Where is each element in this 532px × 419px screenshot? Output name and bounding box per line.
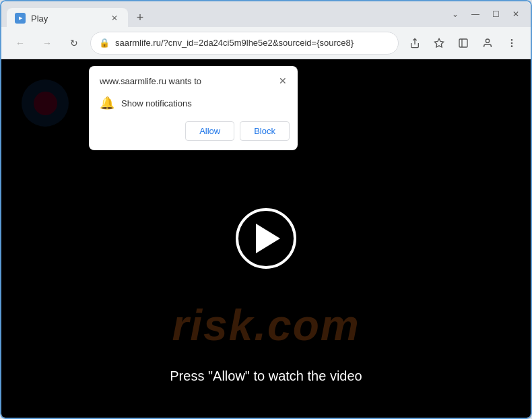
tab-title: Play [31, 13, 104, 24]
page-content: risk.com Press "Allow" to watch the vide… [1, 59, 531, 418]
close-button[interactable]: ✕ [506, 5, 525, 24]
play-triangle-icon [256, 224, 280, 253]
refresh-button[interactable]: ↻ [63, 32, 85, 54]
forward-button[interactable]: → [36, 32, 58, 54]
window-controls: ⌄ — ☐ ✕ [446, 5, 525, 24]
back-button[interactable]: ← [9, 32, 31, 54]
toolbar: ← → ↻ 🔒 saarmlife.ru/?cnv_id=2da24ci5m9l… [1, 27, 531, 59]
title-bar: Play ✕ + ⌄ — ☐ ✕ [1, 1, 531, 27]
svg-point-4 [511, 39, 512, 40]
share-button[interactable] [404, 32, 426, 54]
video-instruction-text: Press "Allow" to watch the video [1, 368, 531, 384]
svg-rect-1 [459, 39, 467, 47]
menu-button[interactable] [501, 32, 523, 54]
popup-close-button[interactable]: ✕ [276, 74, 290, 88]
minimize-button[interactable]: — [466, 5, 485, 24]
play-button[interactable] [236, 208, 296, 269]
new-tab-button[interactable]: + [131, 8, 149, 27]
bookmark-button[interactable] [428, 32, 450, 54]
maximize-button[interactable]: ☐ [486, 5, 505, 24]
svg-point-3 [486, 39, 489, 42]
active-tab[interactable]: Play ✕ [7, 8, 128, 28]
popup-body: 🔔 Show notifications [89, 93, 298, 121]
svg-point-5 [511, 42, 512, 43]
profile-button[interactable] [477, 32, 498, 54]
popup-title: www.saarmlife.ru wants to [100, 76, 201, 86]
popup-actions: Allow Block [89, 121, 298, 150]
tab-close-button[interactable]: ✕ [109, 13, 120, 24]
browser-window: Play ✕ + ⌄ — ☐ ✕ ← → ↻ 🔒 saarmlife.ru/?c… [0, 0, 532, 419]
lock-icon: 🔒 [99, 38, 110, 48]
watermark-text: risk.com [1, 300, 531, 350]
chevron-button[interactable]: ⌄ [446, 5, 465, 24]
toolbar-right [404, 32, 523, 54]
popup-description: Show notifications [121, 98, 192, 108]
popup-header: www.saarmlife.ru wants to ✕ [89, 66, 298, 93]
bell-icon: 🔔 [100, 96, 114, 110]
sidebar-button[interactable] [453, 32, 474, 54]
svg-marker-0 [434, 38, 443, 47]
address-bar[interactable]: 🔒 saarmlife.ru/?cnv_id=2da24ci5m9lhe5e2&… [90, 32, 399, 55]
url-text: saarmlife.ru/?cnv_id=2da24ci5m9lhe5e2&so… [115, 38, 390, 48]
svg-point-6 [511, 46, 512, 46]
tabs-area: Play ✕ + [7, 1, 446, 27]
tab-favicon [15, 13, 26, 24]
notification-popup: www.saarmlife.ru wants to ✕ 🔔 Show notif… [89, 66, 298, 150]
block-button[interactable]: Block [240, 121, 290, 141]
allow-button[interactable]: Allow [185, 121, 234, 141]
watermark-logo [22, 79, 69, 127]
